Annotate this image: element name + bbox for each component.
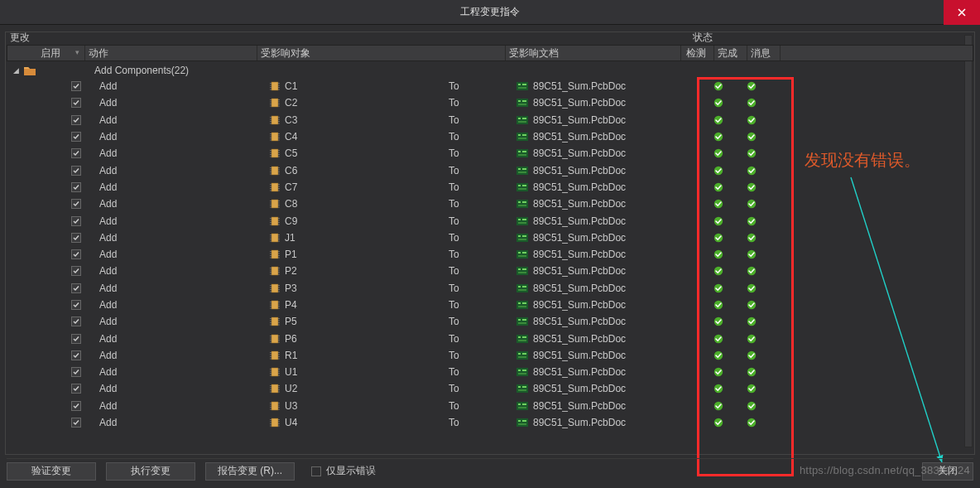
component-icon [270,266,285,276]
table-row[interactable]: AddP2To89C51_Sum.PcbDoc [7,263,973,279]
svg-rect-39 [516,116,528,124]
enable-checkbox[interactable] [71,166,81,176]
window-title: 工程变更指令 [460,5,520,19]
enable-checkbox[interactable] [71,199,81,209]
group-row[interactable]: ◢ Add Components(22) [7,62,973,78]
svg-rect-162 [518,255,526,257]
enable-checkbox[interactable] [71,334,81,344]
svg-rect-267 [518,373,526,374]
report-button[interactable]: 报告变更 (R)... [205,462,295,481]
table-row[interactable]: AddC9To89C51_Sum.PcbDoc [7,212,973,229]
header-check[interactable]: 检测 [681,46,714,60]
header-done[interactable]: 完成 [714,46,747,60]
object-cell: U2 [285,383,449,394]
close-button[interactable] [944,0,980,25]
header-action[interactable]: 动作 [85,46,257,60]
svg-rect-204 [516,301,528,309]
check-status-icon [702,199,735,209]
enable-checkbox[interactable] [71,233,81,243]
svg-rect-176 [522,268,526,270]
table-row[interactable]: AddU1To89C51_Sum.PcbDoc [7,364,973,380]
table-row[interactable]: AddP5To89C51_Sum.PcbDoc [7,313,973,330]
enable-checkbox[interactable] [71,81,81,91]
to-cell: To [449,114,516,126]
svg-rect-27 [518,104,526,105]
enable-checkbox[interactable] [71,367,81,377]
svg-rect-312 [518,423,526,425]
doc-cell: 89C51_Sum.PcbDoc [533,350,702,361]
header-enable-label: 启用 [41,46,60,60]
header-message[interactable]: 消息 [747,46,781,60]
section-status-label: 状态 [693,31,973,45]
table-row[interactable]: AddP4To89C51_Sum.PcbDoc [7,297,973,313]
to-cell: To [449,366,516,378]
enable-checkbox[interactable] [71,300,81,310]
header-affected-doc[interactable]: 受影响文档 [506,46,681,60]
table-row[interactable]: AddC3To89C51_Sum.PcbDoc [7,112,973,128]
to-cell: To [449,131,516,143]
svg-rect-84 [516,167,528,175]
execute-button[interactable]: 执行变更 [106,462,195,481]
table-row[interactable]: AddC7To89C51_Sum.PcbDoc [7,179,973,196]
enable-checkbox[interactable] [71,249,81,259]
doc-cell: 89C51_Sum.PcbDoc [533,283,702,294]
table-row[interactable]: AddP1To89C51_Sum.PcbDoc [7,246,973,263]
svg-rect-309 [516,418,528,427]
enable-checkbox[interactable] [71,350,81,360]
table-row[interactable]: AddU2To89C51_Sum.PcbDoc [7,380,973,397]
svg-rect-130 [518,219,521,220]
enable-checkbox[interactable] [71,132,81,142]
only-errors-checkbox[interactable]: 仅显示错误 [311,464,376,478]
header-affected-object[interactable]: 受影响对象 [257,46,506,60]
table-row[interactable]: AddP6To89C51_Sum.PcbDoc [7,330,973,346]
svg-rect-221 [522,319,526,321]
only-errors-label: 仅显示错误 [326,464,376,478]
enable-checkbox[interactable] [71,418,81,428]
doc-cell: 89C51_Sum.PcbDoc [533,417,702,428]
table-row[interactable]: AddR1To89C51_Sum.PcbDoc [7,347,973,364]
svg-rect-10 [518,84,521,85]
enable-checkbox[interactable] [71,266,81,276]
svg-rect-101 [522,185,526,186]
table-row[interactable]: AddC2To89C51_Sum.PcbDoc [7,94,973,111]
enable-checkbox[interactable] [71,384,81,394]
column-headers: 启用 ▾ 动作 受影响对象 受影响文档 检测 完成 消息 [7,45,973,61]
table-row[interactable]: AddU4To89C51_Sum.PcbDoc [7,414,973,431]
table-row[interactable]: AddJ1To89C51_Sum.PcbDoc [7,230,973,246]
action-cell: Add [99,147,270,159]
enable-checkbox[interactable] [71,283,81,293]
table-row[interactable]: AddC1To89C51_Sum.PcbDoc [7,78,973,94]
check-status-icon [702,350,735,360]
done-status-icon [735,132,768,142]
doc-cell: 89C51_Sum.PcbDoc [533,114,702,126]
component-icon [270,334,285,344]
pcb-doc-icon [516,115,533,125]
table-row[interactable]: AddC4To89C51_Sum.PcbDoc [7,128,973,145]
table-row[interactable]: AddU3To89C51_Sum.PcbDoc [7,398,973,414]
enable-checkbox[interactable] [71,216,81,226]
group-label: Add Components(22) [94,65,189,76]
table-row[interactable]: AddC5To89C51_Sum.PcbDoc [7,145,973,162]
table-row[interactable]: AddC6To89C51_Sum.PcbDoc [7,162,973,178]
header-enable[interactable]: 启用 ▾ [7,46,85,60]
object-cell: C5 [285,147,449,159]
collapse-toggle-icon[interactable]: ◢ [7,66,22,75]
enable-checkbox[interactable] [71,316,81,326]
table-row[interactable]: AddC8To89C51_Sum.PcbDoc [7,196,973,212]
svg-rect-56 [522,134,526,136]
close-footer-button[interactable]: 关闭 [922,462,973,481]
enable-checkbox[interactable] [71,98,81,108]
enable-checkbox[interactable] [71,182,81,192]
validate-button[interactable]: 验证变更 [7,462,96,481]
enable-checkbox[interactable] [71,401,81,411]
svg-rect-250 [518,353,521,355]
svg-rect-297 [518,407,526,408]
check-status-icon [702,132,735,142]
enable-checkbox[interactable] [71,148,81,158]
component-icon [270,350,285,360]
enable-checkbox[interactable] [71,115,81,125]
object-cell: C6 [285,165,449,176]
table-row[interactable]: AddP3To89C51_Sum.PcbDoc [7,280,973,297]
done-status-icon [735,115,768,125]
pcb-doc-icon [516,81,533,91]
